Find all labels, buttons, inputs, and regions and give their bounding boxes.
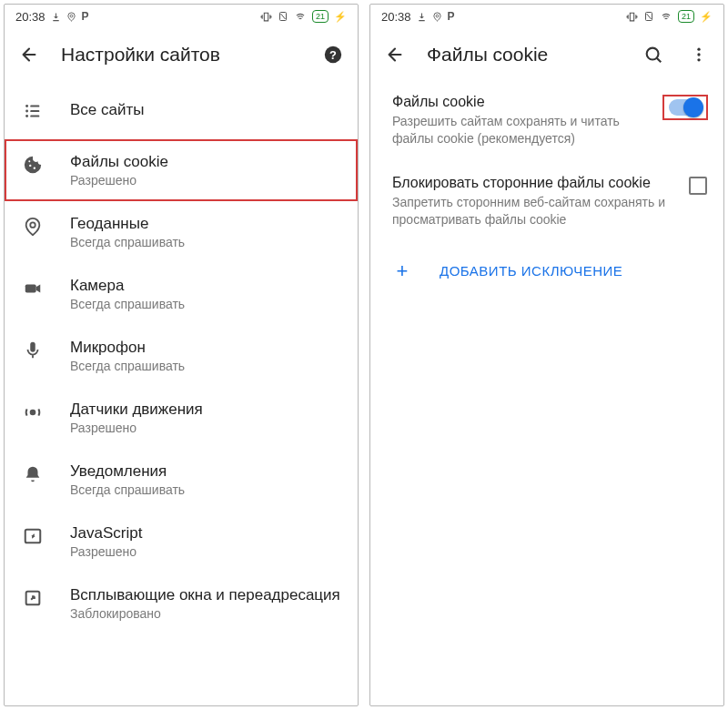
item-label: Уведомления: [70, 462, 341, 481]
item-label: Геоданные: [70, 215, 341, 233]
svg-rect-15: [30, 342, 35, 352]
download-icon: [51, 12, 61, 22]
item-label: Все сайты: [70, 101, 341, 119]
bell-icon: [21, 462, 45, 484]
svg-point-6: [25, 110, 28, 113]
setting-cookies-allow[interactable]: Файлы cookie Разрешить сайтам сохранять …: [370, 81, 723, 162]
phone-left: 20:38 P 21 ⚡ Настройки с: [4, 4, 359, 706]
wifi-status-icon: [294, 12, 307, 22]
svg-rect-14: [25, 284, 36, 292]
add-exception-button[interactable]: + ДОБАВИТЬ ИСКЛЮЧЕНИЕ: [370, 243, 723, 299]
setting-sublabel: Запретить сторонним веб-сайтам сохранять…: [392, 194, 676, 228]
item-all-sites[interactable]: Все сайты: [5, 81, 358, 139]
item-sublabel: Разрешено: [70, 421, 341, 435]
svg-point-11: [34, 167, 35, 168]
item-sublabel: Всегда спрашивать: [70, 482, 341, 497]
item-notifications[interactable]: Уведомления Всегда спрашивать: [5, 449, 358, 511]
svg-point-24: [697, 58, 700, 61]
sim-status-icon: [643, 11, 654, 22]
svg-point-4: [25, 105, 28, 107]
status-bar: 20:38 P 21 ⚡: [370, 5, 723, 28]
item-label: JavaScript: [70, 524, 341, 543]
status-time: 20:38: [381, 10, 411, 24]
svg-point-19: [436, 15, 439, 17]
toggle-highlight: [663, 96, 707, 119]
setting-label: Блокировать сторонние файлы cookie: [392, 175, 676, 191]
item-label: Файлы cookie: [70, 153, 341, 171]
svg-point-21: [647, 48, 659, 60]
svg-point-12: [28, 160, 30, 162]
settings-list: Все сайты Файлы cookie Разрешено Геоданн…: [5, 81, 358, 634]
plus-icon: +: [392, 259, 412, 283]
overflow-menu-button[interactable]: [685, 41, 713, 68]
download-icon: [417, 12, 427, 22]
svg-point-10: [29, 165, 31, 167]
back-button[interactable]: [381, 41, 409, 68]
svg-rect-7: [30, 110, 39, 112]
item-cookies[interactable]: Файлы cookie Разрешено: [5, 139, 358, 201]
item-label: Камера: [70, 277, 341, 295]
js-icon: [21, 524, 45, 546]
list-icon: [21, 99, 45, 121]
add-exception-label: ДОБАВИТЬ ИСКЛЮЧЕНИЕ: [440, 263, 622, 279]
item-popups[interactable]: Всплывающие окна и переадресация Заблоки…: [5, 573, 358, 634]
svg-rect-5: [30, 106, 39, 107]
block-third-party-checkbox[interactable]: [689, 177, 707, 195]
svg-point-23: [697, 53, 700, 56]
location-icon: [21, 215, 45, 237]
location-status-icon: [432, 12, 442, 22]
charge-status-icon: ⚡: [700, 11, 713, 23]
p-status-icon: P: [82, 10, 89, 23]
svg-point-13: [30, 222, 35, 228]
svg-text:?: ?: [329, 48, 337, 62]
vibrate-status-icon: [626, 11, 638, 23]
page-title: Настройки сайтов: [61, 44, 301, 66]
setting-block-third-party[interactable]: Блокировать сторонние файлы cookie Запре…: [370, 162, 723, 243]
item-sublabel: Всегда спрашивать: [70, 359, 341, 373]
battery-status: 21: [678, 10, 694, 23]
sim-status-icon: [278, 11, 288, 22]
item-label: Датчики движения: [70, 401, 341, 419]
wifi-status-icon: [660, 12, 672, 22]
svg-point-16: [31, 411, 35, 415]
help-button[interactable]: ?: [319, 41, 347, 68]
p-status-icon: P: [448, 10, 455, 23]
charge-status-icon: ⚡: [334, 11, 347, 23]
popup-icon: [21, 586, 45, 608]
item-location[interactable]: Геоданные Всегда спрашивать: [5, 201, 358, 263]
svg-rect-9: [30, 116, 39, 117]
item-sublabel: Всегда спрашивать: [70, 297, 341, 311]
item-sublabel: Разрешено: [70, 544, 341, 559]
back-button[interactable]: [15, 41, 43, 68]
camera-icon: [21, 277, 45, 299]
setting-label: Файлы cookie: [392, 94, 651, 110]
item-microphone[interactable]: Микрофон Всегда спрашивать: [5, 325, 358, 387]
item-label: Микрофон: [70, 339, 341, 357]
battery-status: 21: [312, 10, 329, 23]
page-title: Файлы cookie: [427, 44, 622, 66]
search-button[interactable]: [640, 41, 667, 68]
app-header: Файлы cookie: [370, 28, 723, 81]
svg-point-22: [697, 48, 700, 51]
mic-icon: [21, 339, 45, 360]
svg-point-0: [70, 15, 73, 17]
item-motion-sensors[interactable]: Датчики движения Разрешено: [5, 387, 358, 449]
cookie-icon: [21, 153, 45, 175]
status-bar: 20:38 P 21 ⚡: [5, 5, 358, 28]
item-camera[interactable]: Камера Всегда спрашивать: [5, 263, 358, 325]
item-sublabel: Разрешено: [70, 173, 341, 188]
cookies-toggle[interactable]: [669, 99, 702, 116]
vibrate-status-icon: [260, 11, 272, 23]
item-sublabel: Заблокировано: [70, 606, 341, 621]
svg-point-8: [25, 115, 28, 117]
app-header: Настройки сайтов ?: [5, 28, 358, 81]
item-label: Всплывающие окна и переадресация: [70, 586, 341, 604]
setting-sublabel: Разрешить сайтам сохранять и читать файл…: [392, 113, 651, 147]
status-time: 20:38: [15, 10, 46, 24]
location-status-icon: [66, 12, 76, 22]
motion-icon: [21, 401, 45, 422]
item-sublabel: Всегда спрашивать: [70, 235, 341, 249]
phone-right: 20:38 P 21 ⚡ Файлы cooki: [369, 4, 724, 706]
item-javascript[interactable]: JavaScript Разрешено: [5, 511, 358, 573]
